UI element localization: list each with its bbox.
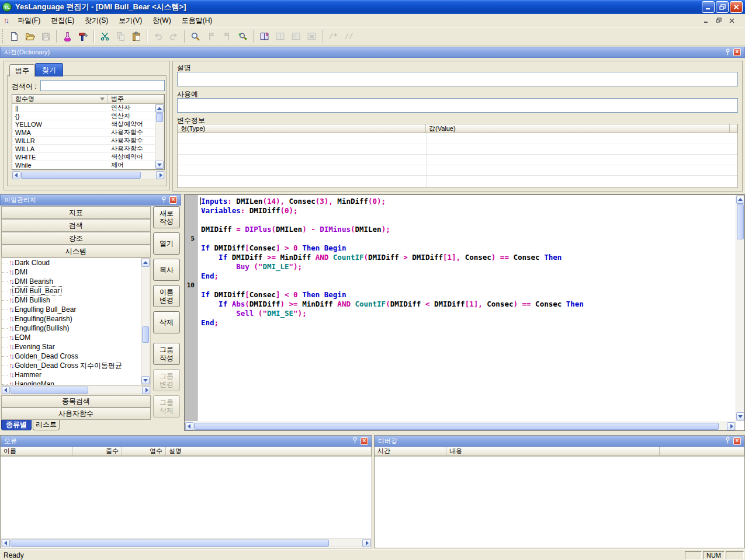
tree-item[interactable]: ↑↓Engulfing Bull_Bear <box>2 305 150 314</box>
search-input[interactable] <box>40 80 165 91</box>
scroll-up-icon[interactable] <box>141 259 150 267</box>
tree-item[interactable]: ↑↓Evening Star <box>2 342 150 352</box>
dictionary-close-button[interactable]: × <box>733 48 741 56</box>
error-column-header[interactable]: 설명 <box>166 447 372 456</box>
scroll-left-icon[interactable] <box>2 386 10 394</box>
scroll-right-icon[interactable] <box>142 386 150 394</box>
table-row[interactable]: WMA사용자함수 <box>12 128 155 137</box>
find-icon[interactable] <box>188 29 203 44</box>
category-button[interactable]: 지표 <box>1 206 151 219</box>
function-table-header-name[interactable]: 함수명 <box>12 95 108 104</box>
usage-field[interactable] <box>177 98 738 113</box>
tree-item[interactable]: ↑↓Engulfing(Bullish) <box>2 324 150 333</box>
debug-column-header[interactable]: 시간 <box>375 447 446 456</box>
scrollbar-thumb[interactable] <box>156 113 163 122</box>
scroll-down-icon[interactable] <box>155 161 164 169</box>
table-row[interactable]: YELLOW색상예약어 <box>12 120 155 128</box>
debug-panel-close-button[interactable]: × <box>733 437 741 445</box>
fm-bottom-button[interactable]: 사용자함수 <box>1 408 151 420</box>
error-list[interactable] <box>1 457 372 538</box>
code-line[interactable]: Buy ("DMI_LE"); <box>201 262 735 272</box>
table-row[interactable]: While제어 <box>12 161 155 169</box>
action-button[interactable]: 이름 변경 <box>153 285 180 307</box>
code-line[interactable]: If Abs(DMIDiff) >= MinDiff AND CountIF(D… <box>201 300 735 309</box>
scrollbar-thumb[interactable] <box>737 204 744 239</box>
debug-list[interactable] <box>375 457 744 548</box>
document-icon[interactable]: ↑↓ <box>4 17 8 24</box>
tree-item[interactable]: ↑↓DMI <box>2 267 150 277</box>
code-line[interactable]: End; <box>201 272 735 281</box>
code-line[interactable] <box>201 281 735 290</box>
code-line[interactable] <box>201 234 735 244</box>
scroll-right-icon[interactable] <box>362 539 370 547</box>
category-button[interactable]: 시스템 <box>1 245 151 258</box>
menu-item[interactable]: 도움말(H) <box>176 14 218 27</box>
action-button[interactable]: 삭제 <box>153 311 180 333</box>
action-button[interactable]: 복사 <box>153 259 180 281</box>
view-tab[interactable]: 리스트 <box>33 420 60 430</box>
open-file-icon[interactable] <box>22 29 38 44</box>
dictionary-tab[interactable]: 찾기 <box>35 63 63 76</box>
new-file-icon[interactable] <box>6 29 22 44</box>
file-tree-vscrollbar[interactable] <box>141 258 150 385</box>
debug-column-header[interactable]: 내용 <box>446 447 660 456</box>
mdi-close-button[interactable] <box>727 17 736 25</box>
menu-item[interactable]: 창(W) <box>147 14 176 27</box>
scroll-left-icon[interactable] <box>185 422 193 430</box>
find-replace-icon[interactable] <box>235 29 251 44</box>
menu-item[interactable]: 보기(V) <box>113 14 147 27</box>
code-line[interactable]: End; <box>201 318 735 328</box>
pin-icon[interactable] <box>161 196 167 204</box>
category-button[interactable]: 강조 <box>1 232 151 245</box>
menu-item[interactable]: 찾기(S) <box>79 14 113 27</box>
code-line[interactable] <box>201 215 735 225</box>
tree-item[interactable]: ↑↓DMI Bullish <box>2 295 150 305</box>
file-manager-close-button[interactable]: × <box>169 196 177 204</box>
editor-vscrollbar[interactable] <box>736 195 744 421</box>
tree-item[interactable]: ↑↓Golden_Dead Cross <box>2 352 150 361</box>
dictionary-book-icon[interactable] <box>257 29 272 44</box>
menu-item[interactable]: 편집(E) <box>46 14 79 27</box>
code-editor[interactable]: 510 Inputs: DMILen(14), Consec(3), MinDi… <box>184 194 745 431</box>
scroll-up-icon[interactable] <box>736 196 744 204</box>
code-line[interactable]: Variables: DMIDiff(0); <box>201 206 735 215</box>
scrollbar-thumb[interactable] <box>21 172 141 179</box>
table-row[interactable]: {}연산자 <box>12 112 155 120</box>
scroll-left-icon[interactable] <box>2 539 10 547</box>
description-field[interactable] <box>177 72 738 86</box>
error-column-header[interactable]: 열수 <box>122 447 166 456</box>
function-table-header-category[interactable]: 범주 <box>108 95 164 104</box>
menu-item[interactable]: 파일(F) <box>12 14 46 27</box>
scroll-down-icon[interactable] <box>141 376 150 384</box>
dictionary-tab[interactable]: 범주 <box>9 64 35 76</box>
editor-hscrollbar[interactable] <box>185 422 736 430</box>
tree-item[interactable]: ↑↓HangingMan <box>2 380 150 385</box>
action-button[interactable]: 그룹 작성 <box>153 343 180 365</box>
tree-item[interactable]: ↑↓Engulfing(Bearish) <box>2 314 150 324</box>
scroll-right-icon[interactable] <box>727 422 735 430</box>
cut-icon[interactable] <box>97 29 113 44</box>
code-line[interactable]: Inputs: DMILen(14), Consec(3), MinDiff(0… <box>201 197 735 206</box>
pin-icon[interactable] <box>725 48 731 57</box>
verify-script-icon[interactable] <box>60 29 75 44</box>
mdi-minimize-button[interactable] <box>702 17 710 25</box>
function-table-vscrollbar[interactable] <box>155 104 164 169</box>
action-button[interactable]: 새로 작성 <box>153 206 180 228</box>
tree-item[interactable]: ↑↓EOM <box>2 333 150 342</box>
tree-item[interactable]: ↑↓DMI Bearish <box>2 277 150 286</box>
code-line[interactable]: If DMIDiff[Consec] < 0 Then Begin <box>201 290 735 300</box>
scrollbar-thumb[interactable] <box>11 540 329 547</box>
toolbar-gripper[interactable] <box>2 29 4 43</box>
scrollbar-thumb[interactable] <box>194 423 719 430</box>
minimize-button[interactable] <box>702 1 715 13</box>
pin-icon[interactable] <box>725 437 731 445</box>
fm-bottom-button[interactable]: 종목검색 <box>1 395 151 408</box>
close-button[interactable] <box>730 1 743 13</box>
error-column-header[interactable]: 줄수 <box>72 447 122 456</box>
error-panel-close-button[interactable]: × <box>361 437 368 445</box>
tree-item[interactable]: ↑↓Hammer <box>2 370 150 380</box>
table-row[interactable]: WILLR사용자함수 <box>12 137 155 145</box>
category-button[interactable]: 검색 <box>1 219 151 232</box>
error-panel-hscrollbar[interactable] <box>1 538 371 547</box>
code-line[interactable]: DMIDiff = DIPlus(DMILen) - DIMinus(DMILe… <box>201 225 735 234</box>
